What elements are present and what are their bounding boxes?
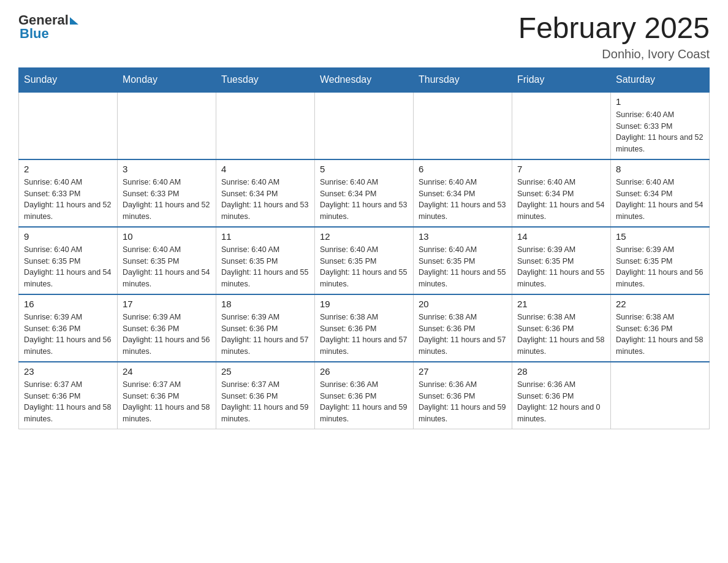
- day-number: 7: [517, 164, 605, 174]
- day-info: Sunrise: 6:39 AMSunset: 6:36 PMDaylight:…: [24, 312, 112, 358]
- day-number: 21: [517, 299, 605, 309]
- day-info: Sunrise: 6:37 AMSunset: 6:36 PMDaylight:…: [24, 379, 112, 425]
- day-info: Sunrise: 6:36 AMSunset: 6:36 PMDaylight:…: [419, 379, 507, 425]
- day-info: Sunrise: 6:40 AMSunset: 6:35 PMDaylight:…: [320, 244, 408, 290]
- day-info: Sunrise: 6:40 AMSunset: 6:35 PMDaylight:…: [24, 244, 112, 290]
- day-number: 28: [517, 366, 605, 377]
- day-info: Sunrise: 6:36 AMSunset: 6:36 PMDaylight:…: [320, 379, 408, 425]
- calendar-cell: 4Sunrise: 6:40 AMSunset: 6:34 PMDaylight…: [216, 159, 315, 227]
- calendar-cell: 28Sunrise: 6:36 AMSunset: 6:36 PMDayligh…: [512, 362, 611, 429]
- day-number: 22: [616, 299, 704, 309]
- logo-arrow-icon: [70, 17, 78, 25]
- calendar-cell: [19, 92, 118, 159]
- day-number: 20: [419, 299, 507, 309]
- day-number: 27: [419, 366, 507, 377]
- day-number: 14: [517, 231, 605, 242]
- calendar-cell: 27Sunrise: 6:36 AMSunset: 6:36 PMDayligh…: [414, 362, 512, 429]
- day-info: Sunrise: 6:40 AMSunset: 6:34 PMDaylight:…: [616, 177, 704, 223]
- day-number: 10: [123, 231, 211, 242]
- day-info: Sunrise: 6:39 AMSunset: 6:35 PMDaylight:…: [517, 244, 605, 290]
- weekday-header-row: SundayMondayTuesdayWednesdayThursdayFrid…: [19, 67, 710, 92]
- calendar-cell: 15Sunrise: 6:39 AMSunset: 6:35 PMDayligh…: [611, 227, 710, 294]
- day-number: 18: [221, 299, 309, 309]
- day-info: Sunrise: 6:39 AMSunset: 6:36 PMDaylight:…: [123, 312, 211, 358]
- weekday-header-saturday: Saturday: [611, 67, 710, 92]
- calendar-cell: 26Sunrise: 6:36 AMSunset: 6:36 PMDayligh…: [315, 362, 414, 429]
- calendar-cell: 6Sunrise: 6:40 AMSunset: 6:34 PMDaylight…: [414, 159, 512, 227]
- weekday-header-sunday: Sunday: [19, 67, 118, 92]
- calendar-cell: 18Sunrise: 6:39 AMSunset: 6:36 PMDayligh…: [216, 294, 315, 362]
- logo-blue-text: Blue: [20, 26, 49, 42]
- calendar-cell: 10Sunrise: 6:40 AMSunset: 6:35 PMDayligh…: [118, 227, 216, 294]
- day-number: 26: [320, 366, 408, 377]
- calendar-week-1: 1Sunrise: 6:40 AMSunset: 6:33 PMDaylight…: [19, 92, 710, 159]
- day-info: Sunrise: 6:38 AMSunset: 6:36 PMDaylight:…: [419, 312, 507, 358]
- day-number: 5: [320, 164, 408, 174]
- calendar-week-4: 16Sunrise: 6:39 AMSunset: 6:36 PMDayligh…: [19, 294, 710, 362]
- page-header: General Blue February 2025 Donhio, Ivory…: [18, 12, 710, 61]
- calendar-cell: 16Sunrise: 6:39 AMSunset: 6:36 PMDayligh…: [19, 294, 118, 362]
- day-number: 25: [221, 366, 309, 377]
- day-number: 1: [616, 96, 704, 107]
- day-number: 13: [419, 231, 507, 242]
- day-number: 6: [419, 164, 507, 174]
- day-info: Sunrise: 6:37 AMSunset: 6:36 PMDaylight:…: [123, 379, 211, 425]
- day-info: Sunrise: 6:40 AMSunset: 6:35 PMDaylight:…: [419, 244, 507, 290]
- calendar-cell: 12Sunrise: 6:40 AMSunset: 6:35 PMDayligh…: [315, 227, 414, 294]
- day-info: Sunrise: 6:40 AMSunset: 6:33 PMDaylight:…: [123, 177, 211, 223]
- month-title: February 2025: [518, 12, 710, 45]
- day-info: Sunrise: 6:40 AMSunset: 6:34 PMDaylight:…: [517, 177, 605, 223]
- day-number: 12: [320, 231, 408, 242]
- calendar-cell: 21Sunrise: 6:38 AMSunset: 6:36 PMDayligh…: [512, 294, 611, 362]
- location-subtitle: Donhio, Ivory Coast: [518, 47, 710, 61]
- day-number: 15: [616, 231, 704, 242]
- day-number: 24: [123, 366, 211, 377]
- calendar-cell: 3Sunrise: 6:40 AMSunset: 6:33 PMDaylight…: [118, 159, 216, 227]
- calendar-cell: 19Sunrise: 6:38 AMSunset: 6:36 PMDayligh…: [315, 294, 414, 362]
- calendar-cell: 17Sunrise: 6:39 AMSunset: 6:36 PMDayligh…: [118, 294, 216, 362]
- day-info: Sunrise: 6:40 AMSunset: 6:35 PMDaylight:…: [221, 244, 309, 290]
- day-info: Sunrise: 6:38 AMSunset: 6:36 PMDaylight:…: [616, 312, 704, 358]
- weekday-header-monday: Monday: [118, 67, 216, 92]
- calendar-cell: 23Sunrise: 6:37 AMSunset: 6:36 PMDayligh…: [19, 362, 118, 429]
- day-info: Sunrise: 6:40 AMSunset: 6:33 PMDaylight:…: [24, 177, 112, 223]
- day-number: 8: [616, 164, 704, 174]
- day-number: 9: [24, 231, 112, 242]
- calendar-cell: [414, 92, 512, 159]
- day-number: 11: [221, 231, 309, 242]
- calendar-cell: [611, 362, 710, 429]
- calendar-week-5: 23Sunrise: 6:37 AMSunset: 6:36 PMDayligh…: [19, 362, 710, 429]
- calendar-cell: 9Sunrise: 6:40 AMSunset: 6:35 PMDaylight…: [19, 227, 118, 294]
- weekday-header-friday: Friday: [512, 67, 611, 92]
- day-number: 19: [320, 299, 408, 309]
- calendar-cell: 14Sunrise: 6:39 AMSunset: 6:35 PMDayligh…: [512, 227, 611, 294]
- calendar-cell: 22Sunrise: 6:38 AMSunset: 6:36 PMDayligh…: [611, 294, 710, 362]
- calendar-cell: [216, 92, 315, 159]
- day-info: Sunrise: 6:37 AMSunset: 6:36 PMDaylight:…: [221, 379, 309, 425]
- calendar-cell: 2Sunrise: 6:40 AMSunset: 6:33 PMDaylight…: [19, 159, 118, 227]
- day-info: Sunrise: 6:39 AMSunset: 6:36 PMDaylight:…: [221, 312, 309, 358]
- day-info: Sunrise: 6:40 AMSunset: 6:34 PMDaylight:…: [419, 177, 507, 223]
- calendar-cell: 11Sunrise: 6:40 AMSunset: 6:35 PMDayligh…: [216, 227, 315, 294]
- calendar-cell: [118, 92, 216, 159]
- day-info: Sunrise: 6:36 AMSunset: 6:36 PMDaylight:…: [517, 379, 605, 425]
- logo: General Blue: [18, 12, 78, 42]
- calendar-week-3: 9Sunrise: 6:40 AMSunset: 6:35 PMDaylight…: [19, 227, 710, 294]
- day-info: Sunrise: 6:38 AMSunset: 6:36 PMDaylight:…: [517, 312, 605, 358]
- day-number: 16: [24, 299, 112, 309]
- calendar-cell: 5Sunrise: 6:40 AMSunset: 6:34 PMDaylight…: [315, 159, 414, 227]
- title-section: February 2025 Donhio, Ivory Coast: [518, 12, 710, 61]
- day-info: Sunrise: 6:40 AMSunset: 6:34 PMDaylight:…: [221, 177, 309, 223]
- calendar-cell: 7Sunrise: 6:40 AMSunset: 6:34 PMDaylight…: [512, 159, 611, 227]
- calendar-cell: [315, 92, 414, 159]
- day-info: Sunrise: 6:39 AMSunset: 6:35 PMDaylight:…: [616, 244, 704, 290]
- weekday-header-tuesday: Tuesday: [216, 67, 315, 92]
- calendar-cell: 1Sunrise: 6:40 AMSunset: 6:33 PMDaylight…: [611, 92, 710, 159]
- day-info: Sunrise: 6:40 AMSunset: 6:34 PMDaylight:…: [320, 177, 408, 223]
- calendar-cell: 24Sunrise: 6:37 AMSunset: 6:36 PMDayligh…: [118, 362, 216, 429]
- calendar-cell: [512, 92, 611, 159]
- day-number: 3: [123, 164, 211, 174]
- weekday-header-thursday: Thursday: [414, 67, 512, 92]
- day-info: Sunrise: 6:40 AMSunset: 6:35 PMDaylight:…: [123, 244, 211, 290]
- day-number: 17: [123, 299, 211, 309]
